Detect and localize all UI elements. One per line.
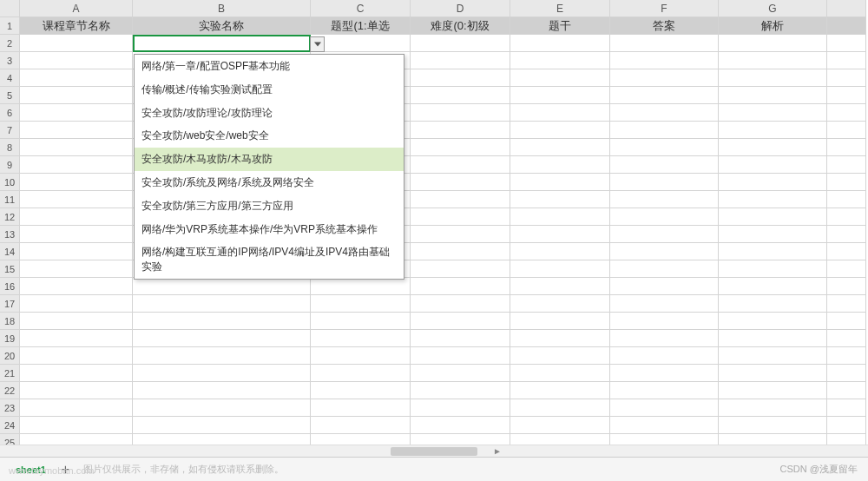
cell[interactable] [827, 191, 866, 208]
row-header[interactable]: 5 [0, 87, 20, 104]
row-header[interactable]: 1 [0, 17, 20, 35]
cell[interactable]: 解析 [719, 17, 827, 35]
cell[interactable] [411, 191, 510, 208]
col-header-F[interactable]: F [610, 0, 719, 17]
cell[interactable] [20, 365, 133, 382]
cell[interactable] [719, 260, 827, 278]
cell[interactable] [827, 87, 866, 104]
cell[interactable] [510, 174, 610, 191]
col-header-A[interactable]: A [20, 0, 133, 17]
cell[interactable] [20, 69, 133, 87]
cell[interactable] [610, 399, 719, 417]
cell[interactable] [411, 156, 510, 174]
cell[interactable] [719, 295, 827, 313]
cell[interactable] [719, 365, 827, 382]
cell[interactable] [411, 347, 510, 365]
cell[interactable] [510, 330, 610, 347]
cell[interactable] [510, 122, 610, 139]
cell[interactable] [510, 87, 610, 104]
cell[interactable] [411, 69, 510, 87]
cell[interactable] [610, 330, 719, 347]
cell[interactable] [719, 139, 827, 156]
cell[interactable] [610, 208, 719, 226]
cell[interactable] [411, 226, 510, 243]
dropdown-option[interactable]: 网络/构建互联互通的IP网络/IPV4编址及IPV4路由基础实验 [135, 240, 404, 279]
row-header[interactable]: 20 [0, 347, 20, 365]
cell[interactable] [510, 52, 610, 69]
cell[interactable] [827, 156, 866, 174]
cell[interactable] [20, 260, 133, 278]
cell[interactable] [510, 347, 610, 365]
cell[interactable] [411, 139, 510, 156]
cell[interactable] [20, 52, 133, 69]
cell[interactable] [719, 69, 827, 87]
cell[interactable] [20, 399, 133, 417]
horizontal-scrollbar[interactable]: ◄ ► [0, 445, 868, 457]
cell[interactable] [719, 104, 827, 122]
row-header[interactable]: 18 [0, 313, 20, 330]
cell[interactable] [827, 382, 866, 399]
cell[interactable] [510, 35, 610, 52]
cell[interactable]: 答案 [610, 17, 719, 35]
cell[interactable] [719, 417, 827, 434]
cell[interactable] [133, 347, 311, 365]
cell[interactable] [133, 313, 311, 330]
dropdown-option[interactable]: 安全攻防/第三方应用/第三方应用 [135, 194, 404, 218]
cell[interactable] [610, 69, 719, 87]
cell[interactable] [20, 226, 133, 243]
cell[interactable] [719, 278, 827, 295]
cell[interactable] [20, 295, 133, 313]
dropdown-arrow-icon[interactable] [310, 36, 325, 52]
cell[interactable] [133, 399, 311, 417]
row-header[interactable]: 17 [0, 295, 20, 313]
cell[interactable] [719, 122, 827, 139]
dropdown-option[interactable]: 网络/华为VRP系统基本操作/华为VRP系统基本操作 [135, 218, 404, 241]
cell[interactable] [311, 399, 411, 417]
row-header[interactable]: 13 [0, 226, 20, 243]
cell[interactable] [20, 382, 133, 399]
cell[interactable] [510, 260, 610, 278]
row-header[interactable]: 6 [0, 104, 20, 122]
row-header[interactable]: 7 [0, 122, 20, 139]
cell[interactable] [20, 313, 133, 330]
col-header-C[interactable]: C [311, 0, 411, 17]
cell[interactable] [133, 278, 311, 295]
cell[interactable] [20, 191, 133, 208]
cell[interactable] [827, 139, 866, 156]
cell[interactable] [719, 156, 827, 174]
row-header[interactable]: 23 [0, 399, 20, 417]
cell[interactable] [311, 365, 411, 382]
cell[interactable] [827, 69, 866, 87]
row-header[interactable]: 9 [0, 156, 20, 174]
cell[interactable] [510, 208, 610, 226]
cell[interactable] [411, 417, 510, 434]
cell[interactable] [610, 365, 719, 382]
cell[interactable] [610, 295, 719, 313]
cell[interactable] [411, 330, 510, 347]
cell[interactable] [827, 226, 866, 243]
row-header[interactable]: 19 [0, 330, 20, 347]
cell[interactable] [827, 330, 866, 347]
cell[interactable] [610, 243, 719, 260]
cell[interactable] [610, 156, 719, 174]
col-header-G[interactable]: G [719, 0, 827, 17]
cell[interactable] [311, 417, 411, 434]
cell[interactable] [610, 382, 719, 399]
cell[interactable] [20, 122, 133, 139]
cell[interactable] [510, 243, 610, 260]
cell[interactable] [510, 295, 610, 313]
cell[interactable] [411, 399, 510, 417]
cell[interactable] [510, 313, 610, 330]
cell[interactable] [20, 35, 133, 52]
cell[interactable] [311, 313, 411, 330]
cell[interactable] [610, 260, 719, 278]
dropdown-option[interactable]: 安全攻防/木马攻防/木马攻防 [135, 148, 404, 171]
row-header[interactable]: 21 [0, 365, 20, 382]
cell[interactable] [610, 313, 719, 330]
cell[interactable] [719, 208, 827, 226]
cell[interactable] [411, 104, 510, 122]
col-header-B[interactable]: B [133, 0, 311, 17]
cell[interactable] [20, 104, 133, 122]
cell[interactable] [411, 174, 510, 191]
cell[interactable] [610, 104, 719, 122]
